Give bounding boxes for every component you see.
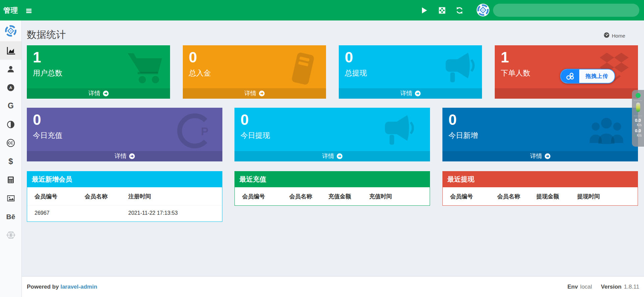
- detail-label: 详情: [530, 151, 542, 161]
- calculator-icon: [7, 176, 15, 184]
- stat-card-today-new: 0 今日新增 详情: [442, 108, 638, 161]
- sidebar-item-connectdevelop[interactable]: [0, 226, 21, 244]
- bullhorn-icon: [377, 113, 417, 151]
- network-speed-widget[interactable]: 0.0 ↑ K/s 0.0 ↓ K/s: [632, 90, 644, 147]
- sidebar-item-image[interactable]: [0, 189, 21, 207]
- register-time-cell: 2021-11-22 17:13:53: [126, 206, 222, 222]
- column-header: 会员编号: [27, 187, 82, 206]
- book-icon: [282, 51, 321, 89]
- arrow-circle-icon: [103, 91, 109, 96]
- detail-label: 详情: [245, 88, 257, 99]
- area-chart-icon: [6, 46, 15, 55]
- behance-icon: Bē: [6, 213, 15, 221]
- fullscreen-icon[interactable]: [435, 0, 449, 20]
- column-header: 注册时间: [126, 187, 222, 206]
- detail-label: 详情: [400, 88, 413, 99]
- brand-logo[interactable]: 管理: [0, 0, 21, 20]
- detail-label: 详情: [89, 88, 101, 99]
- detail-link[interactable]: [495, 88, 638, 99]
- users-group-icon: [586, 113, 627, 149]
- app-logo-icon: [4, 24, 17, 37]
- sidebar-mini: A G $: [0, 20, 22, 297]
- member-id-cell: 26967: [27, 206, 82, 222]
- drag-upload-button[interactable]: 拖拽上传: [560, 69, 615, 84]
- status-dot-icon: [636, 93, 641, 98]
- detail-link[interactable]: 详情: [27, 88, 170, 99]
- main-footer: Powered by laravel-admin Envlocal Versio…: [22, 276, 644, 297]
- panel-title: 最近新增会员: [27, 171, 222, 187]
- arrow-circle-icon: [545, 153, 550, 159]
- search-input[interactable]: [493, 4, 639, 17]
- detail-link[interactable]: 详情: [183, 88, 326, 99]
- laravel-admin-link[interactable]: laravel-admin: [60, 284, 97, 290]
- sidebar-item-app-logo[interactable]: [0, 20, 21, 41]
- stat-card-total-withdraw: 0 总提现 详情: [339, 45, 482, 99]
- stat-card-today-recharge: 0 今日充值 P 详情: [27, 108, 222, 161]
- column-header: 充值金额: [326, 187, 367, 205]
- sidebar-item-calculator[interactable]: [0, 170, 21, 189]
- upload-speed-unit: ↑ K/s: [634, 123, 642, 127]
- column-header: 会员编号: [443, 187, 495, 205]
- sidebar-item-dashboard[interactable]: [0, 41, 21, 60]
- sidebar-item-cc[interactable]: [0, 134, 21, 152]
- google-g-icon: G: [8, 101, 14, 110]
- column-header: 充值时间: [367, 187, 430, 205]
- detail-link[interactable]: 详情: [27, 151, 222, 161]
- download-speed-unit: ↓ K/s: [634, 133, 642, 138]
- column-header: 会员编号: [235, 187, 287, 205]
- powered-by-label: Powered by: [27, 284, 59, 290]
- dashboard-gauge-icon: [604, 32, 609, 39]
- detail-link[interactable]: 详情: [442, 151, 638, 161]
- sidebar-toggle-button[interactable]: [21, 0, 37, 20]
- shopping-cart-icon: [126, 51, 165, 87]
- arrow-circle-icon: [415, 91, 421, 96]
- column-header: 会员名称: [495, 187, 534, 205]
- sidebar-item-users[interactable]: [0, 60, 21, 78]
- upload-molecule-icon: [561, 69, 579, 83]
- sidebar-item-dollar[interactable]: $: [0, 152, 21, 170]
- user-avatar[interactable]: [477, 4, 489, 16]
- arrow-up-icon: ↑: [634, 123, 636, 127]
- powered-by: Powered by laravel-admin: [27, 284, 97, 290]
- hexagon-lattice-icon: [6, 231, 15, 239]
- top-navbar: 管理: [0, 0, 644, 20]
- refresh-icon[interactable]: [453, 0, 466, 20]
- version-value: 1.8.11: [624, 284, 639, 290]
- bullhorn-icon: [438, 51, 477, 88]
- download-speed-value: 0.0: [635, 128, 641, 133]
- upload-label: 拖拽上传: [579, 69, 614, 83]
- panel-recent-withdraw: 最近提现 会员编号 会员名称 提现金额 提现时间: [442, 171, 638, 206]
- member-name-cell: [82, 206, 126, 222]
- a-circle-icon: A: [7, 84, 15, 92]
- sidebar-item-behance[interactable]: Bē: [0, 207, 21, 226]
- env-value: local: [580, 284, 592, 290]
- column-header: 会员名称: [82, 187, 126, 206]
- sidebar-item-a-circle[interactable]: A: [0, 78, 21, 97]
- recent-withdraw-table: 会员编号 会员名称 提现金额 提现时间: [443, 187, 638, 205]
- version-label: Version: [601, 284, 622, 290]
- detail-link[interactable]: 详情: [234, 151, 430, 161]
- creative-commons-icon: [6, 139, 15, 147]
- battery-pill-icon: [636, 102, 640, 113]
- version-info: Envlocal Version1.8.11: [560, 284, 639, 290]
- cp-circle-icon: P: [173, 112, 210, 151]
- play-icon[interactable]: [418, 0, 431, 20]
- env-label: Env: [568, 284, 578, 290]
- stat-card-total-users: 1 用户总数 详情: [27, 45, 170, 99]
- panel-recent-recharge: 最近充值 会员编号 会员名称 充值金额 充值时间: [234, 171, 430, 206]
- stat-card-total-deposit: 0 总入金 详情: [183, 45, 326, 99]
- user-icon: [7, 65, 15, 73]
- detail-label: 详情: [115, 151, 127, 161]
- breadcrumb[interactable]: Home: [604, 32, 625, 39]
- dollar-icon: $: [8, 157, 13, 166]
- sidebar-item-google[interactable]: G: [0, 97, 21, 115]
- column-header: 提现金额: [534, 187, 575, 205]
- recent-recharge-table: 会员编号 会员名称 充值金额 充值时间: [235, 187, 430, 205]
- contrast-icon: [7, 120, 15, 129]
- image-icon: [7, 194, 15, 202]
- detail-link[interactable]: 详情: [339, 88, 482, 99]
- detail-label: 详情: [322, 151, 334, 161]
- sidebar-item-adjust[interactable]: [0, 115, 21, 134]
- upload-speed-value: 0.0: [635, 118, 641, 123]
- svg-text:A: A: [9, 86, 12, 90]
